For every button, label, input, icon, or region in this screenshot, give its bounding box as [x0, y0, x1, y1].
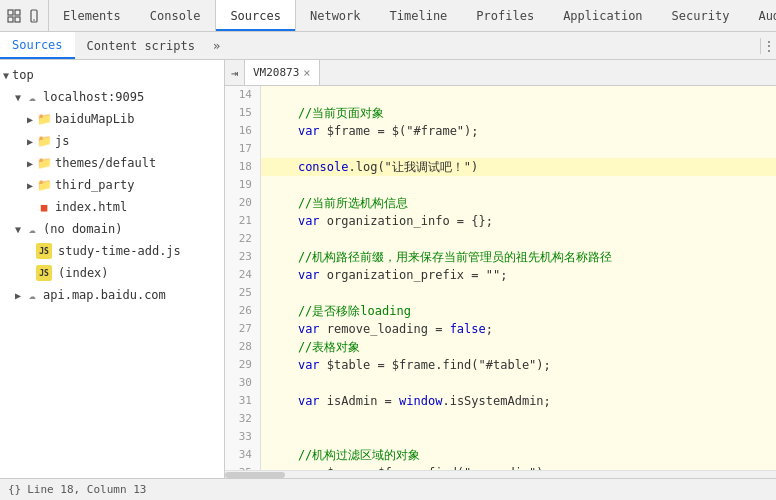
line-content: var organization_prefix = ""; — [261, 266, 776, 284]
code-line-21: 21 var organization_info = {}; — [225, 212, 776, 230]
code-line-18: 18 console.log("让我调试吧！") — [225, 158, 776, 176]
line-content: var $table = $frame.find("#table"); — [261, 356, 776, 374]
tree-arrow-baiduMapLib: ▶ — [24, 113, 36, 125]
tree-arrow-no-domain: ▼ — [12, 223, 24, 235]
line-content: //表格对象 — [261, 338, 776, 356]
subtab-more-button[interactable]: » — [207, 39, 226, 53]
html-file-icon: ■ — [36, 199, 52, 215]
tab-profiles[interactable]: Profiles — [462, 0, 549, 31]
tab-audits[interactable]: Audits — [744, 0, 776, 31]
tree-item-index-html[interactable]: ■ index.html — [0, 196, 224, 218]
tree-item-localhost[interactable]: ▼ ☁ localhost:9095 — [0, 86, 224, 108]
expand-code-icon[interactable]: ⇥ — [225, 60, 245, 85]
code-line-19: 19 — [225, 176, 776, 194]
tree-item-api-baidu[interactable]: ▶ ☁ api.map.baidu.com — [0, 284, 224, 306]
tree-label-third-party: third_party — [55, 178, 134, 192]
line-number: 26 — [225, 302, 261, 320]
code-tab-vm20873[interactable]: VM20873 × — [245, 60, 320, 85]
code-line-27: 27 var remove_loading = false; — [225, 320, 776, 338]
tree-label-study-time-add: study-time-add.js — [58, 244, 181, 258]
line-number: 33 — [225, 428, 261, 446]
code-line-34: 34 //机构过滤区域的对象 — [225, 446, 776, 464]
tree-item-themes[interactable]: ▶ 📁 themes/default — [0, 152, 224, 174]
tree-arrow-localhost: ▼ — [12, 91, 24, 103]
folder-icon-baiduMapLib: 📁 — [36, 111, 52, 127]
code-line-25: 25 — [225, 284, 776, 302]
tree-item-study-time-add[interactable]: JS study-time-add.js — [0, 240, 224, 262]
code-line-14: 14 — [225, 86, 776, 104]
js-file-icon-index: JS — [36, 265, 52, 281]
line-number: 14 — [225, 86, 261, 104]
svg-rect-3 — [15, 17, 20, 22]
subtab-sources[interactable]: Sources — [0, 32, 75, 59]
line-number: 28 — [225, 338, 261, 356]
tree-label-api-baidu: api.map.baidu.com — [43, 288, 166, 302]
line-number: 18 — [225, 158, 261, 176]
mobile-icon[interactable] — [26, 8, 42, 24]
tree-item-top[interactable]: ▼ top — [0, 64, 224, 86]
hscroll-thumb[interactable] — [225, 472, 285, 478]
tab-security[interactable]: Security — [658, 0, 745, 31]
line-content: console.log("让我调试吧！") — [261, 158, 776, 176]
line-number: 15 — [225, 104, 261, 122]
tree-item-no-domain[interactable]: ▼ ☁ (no domain) — [0, 218, 224, 240]
line-content: //是否移除loading — [261, 302, 776, 320]
status-bar: {} Line 18, Column 13 — [0, 478, 776, 500]
line-number: 23 — [225, 248, 261, 266]
svg-rect-2 — [8, 17, 13, 22]
main-content: ▼ top ▼ ☁ localhost:9095 ▶ 📁 baiduMapLib — [0, 60, 776, 478]
tree-label-top: top — [12, 68, 34, 82]
inspect-icon[interactable] — [6, 8, 22, 24]
code-line-29: 29 var $table = $frame.find("#table"); — [225, 356, 776, 374]
toolbar-icons — [0, 0, 49, 31]
code-tabs-bar: ⇥ VM20873 × — [225, 60, 776, 86]
tree-item-baiduMapLib[interactable]: ▶ 📁 baiduMapLib — [0, 108, 224, 130]
line-number: 27 — [225, 320, 261, 338]
code-panel: ⇥ VM20873 × 1415 //当前页面对象16 var $frame =… — [225, 60, 776, 478]
horizontal-scrollbar[interactable] — [225, 470, 776, 478]
tree-arrow-top: ▼ — [0, 69, 12, 81]
line-number: 30 — [225, 374, 261, 392]
tab-application[interactable]: Application — [549, 0, 657, 31]
tree-label-themes: themes/default — [55, 156, 156, 170]
main-nav-tabs: Elements Console Sources Network Timelin… — [49, 0, 776, 31]
tab-timeline[interactable]: Timeline — [376, 0, 463, 31]
line-number: 17 — [225, 140, 261, 158]
code-line-22: 22 — [225, 230, 776, 248]
tree-label-index-html: index.html — [55, 200, 127, 214]
tree-label-no-domain: (no domain) — [43, 222, 122, 236]
tree-arrow-themes: ▶ — [24, 157, 36, 169]
folder-icon-themes: 📁 — [36, 155, 52, 171]
line-number: 22 — [225, 230, 261, 248]
tree-item-third-party[interactable]: ▶ 📁 third_party — [0, 174, 224, 196]
line-number: 20 — [225, 194, 261, 212]
close-tab-button[interactable]: × — [303, 66, 310, 80]
code-line-31: 31 var isAdmin = window.isSystemAdmin; — [225, 392, 776, 410]
line-number: 21 — [225, 212, 261, 230]
code-tab-label: VM20873 — [253, 66, 299, 79]
code-line-24: 24 var organization_prefix = ""; — [225, 266, 776, 284]
tree-arrow-third-party: ▶ — [24, 179, 36, 191]
code-line-28: 28 //表格对象 — [225, 338, 776, 356]
file-panel: ▼ top ▼ ☁ localhost:9095 ▶ 📁 baiduMapLib — [0, 60, 225, 478]
tree-item-index[interactable]: JS (index) — [0, 262, 224, 284]
tree-item-js[interactable]: ▶ 📁 js — [0, 130, 224, 152]
line-number: 24 — [225, 266, 261, 284]
line-number: 19 — [225, 176, 261, 194]
svg-rect-0 — [8, 10, 13, 15]
code-line-17: 17 — [225, 140, 776, 158]
line-content: //当前所选机构信息 — [261, 194, 776, 212]
tab-network[interactable]: Network — [296, 0, 376, 31]
tab-sources[interactable]: Sources — [215, 0, 296, 31]
svg-rect-1 — [15, 10, 20, 15]
code-editor[interactable]: 1415 //当前页面对象16 var $frame = $("#frame")… — [225, 86, 776, 470]
code-line-33: 33 — [225, 428, 776, 446]
line-number: 31 — [225, 392, 261, 410]
folder-icon-third-party: 📁 — [36, 177, 52, 193]
more-options-icon[interactable]: ⋮ — [760, 38, 776, 54]
tab-console[interactable]: Console — [136, 0, 216, 31]
code-line-20: 20 //当前所选机构信息 — [225, 194, 776, 212]
subtab-content-scripts[interactable]: Content scripts — [75, 32, 207, 59]
tree-label-index: (index) — [58, 266, 109, 280]
tab-elements[interactable]: Elements — [49, 0, 136, 31]
